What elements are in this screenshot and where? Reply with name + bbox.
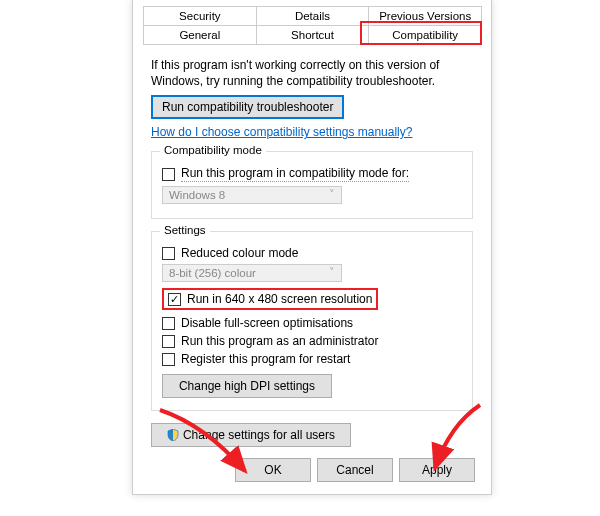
properties-dialog: Security Details Previous Versions Gener… [132,0,492,495]
change-all-users-button[interactable]: Change settings for all users [151,423,351,447]
checkbox-icon [162,168,175,181]
register-restart-label: Register this program for restart [181,352,350,366]
compat-mode-checkbox[interactable]: Run this program in compatibility mode f… [162,166,462,182]
compatibility-mode-group: Compatibility mode Run this program in c… [151,151,473,219]
run-640x480-checkbox[interactable]: Run in 640 x 480 screen resolution [168,292,372,306]
help-link[interactable]: How do I choose compatibility settings m… [151,125,412,139]
reduced-colour-label: Reduced colour mode [181,246,298,260]
tab-row-2: General Shortcut Compatibility [143,25,481,45]
colour-depth-select: 8-bit (256) colour [162,264,342,282]
checkbox-icon-checked [168,293,181,306]
checkbox-icon [162,353,175,366]
shield-icon [167,429,179,441]
group-title-settings: Settings [160,224,210,236]
dialog-buttons: OK Cancel Apply [235,458,475,482]
compat-mode-label: Run this program in compatibility mode f… [181,166,409,182]
run-admin-checkbox[interactable]: Run this program as an administrator [162,334,462,348]
group-title-compat: Compatibility mode [160,144,266,156]
checkbox-icon [162,317,175,330]
change-all-label: Change settings for all users [183,428,335,442]
intro-text: If this program isn't working correctly … [151,57,473,89]
run-admin-label: Run this program as an administrator [181,334,378,348]
tab-shortcut[interactable]: Shortcut [256,25,370,45]
tab-security[interactable]: Security [143,6,257,26]
disable-fullscreen-label: Disable full-screen optimisations [181,316,353,330]
disable-fullscreen-checkbox[interactable]: Disable full-screen optimisations [162,316,462,330]
run-troubleshooter-button[interactable]: Run compatibility troubleshooter [151,95,344,119]
tab-compatibility[interactable]: Compatibility [368,25,482,45]
tab-details[interactable]: Details [256,6,370,26]
annotation-highlight-run640: Run in 640 x 480 screen resolution [162,288,378,310]
tab-content: If this program isn't working correctly … [133,45,491,457]
compat-os-select: Windows 8 [162,186,342,204]
tab-general[interactable]: General [143,25,257,45]
settings-group: Settings Reduced colour mode 8-bit (256)… [151,231,473,411]
run-640-label: Run in 640 x 480 screen resolution [187,292,372,306]
checkbox-icon [162,247,175,260]
change-dpi-button[interactable]: Change high DPI settings [162,374,332,398]
reduced-colour-checkbox[interactable]: Reduced colour mode [162,246,462,260]
tab-previous-versions[interactable]: Previous Versions [368,6,482,26]
register-restart-checkbox[interactable]: Register this program for restart [162,352,462,366]
cancel-button[interactable]: Cancel [317,458,393,482]
checkbox-icon [162,335,175,348]
ok-button[interactable]: OK [235,458,311,482]
apply-button[interactable]: Apply [399,458,475,482]
tab-row-1: Security Details Previous Versions [143,6,481,26]
tabs-area: Security Details Previous Versions Gener… [133,0,491,45]
